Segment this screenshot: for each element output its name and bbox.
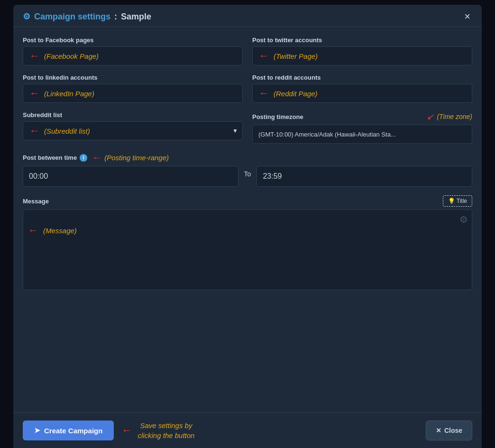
- title-name: Sample: [121, 12, 151, 22]
- twitter-arrow-icon: ←: [258, 50, 269, 62]
- message-section: Message 💡 Title ⚙ ← (Message): [23, 195, 472, 290]
- campaign-settings-modal: ⚙ Campaign settings : Sample × Post to F…: [13, 5, 482, 448]
- facebook-arrow-icon: ←: [29, 50, 39, 62]
- linkedin-placeholder: (LinkedIn Page): [44, 90, 94, 98]
- reddit-label: Post to reddit accounts: [252, 74, 472, 81]
- post-time-label-row: Post between time i ← (Posting time-rang…: [23, 152, 472, 163]
- modal-close-button[interactable]: ×: [462, 11, 472, 22]
- to-label: To: [238, 170, 257, 183]
- linkedin-arrow-icon: ←: [29, 87, 39, 100]
- reddit-input[interactable]: ← (Reddit Page): [252, 84, 472, 103]
- subreddit-select-wrapper: ← (Subreddit list) ▼: [23, 121, 243, 140]
- title-colon: :: [114, 12, 117, 22]
- footer-arrow-icon: ←: [121, 424, 132, 437]
- subreddit-select[interactable]: ← (Subreddit list): [23, 121, 243, 140]
- twitter-placeholder: (Twitter Page): [274, 52, 318, 60]
- post-time-arrow-icon: ←: [92, 152, 101, 163]
- message-arrow-icon: ←: [28, 224, 38, 237]
- time-range-row: To: [23, 166, 472, 187]
- linkedin-input[interactable]: ← (LinkedIn Page): [23, 84, 243, 103]
- subreddit-group: Subreddit list ← (Subreddit list) ▼: [23, 111, 243, 144]
- facebook-label: Post to Facebook pages: [23, 37, 243, 44]
- posting-range-annotation: (Posting time-range): [104, 154, 169, 162]
- social-row-2: Post to linkedin accounts ← (LinkedIn Pa…: [23, 74, 472, 103]
- linkedin-label: Post to linkedin accounts: [23, 74, 243, 81]
- reddit-placeholder: (Reddit Page): [274, 90, 318, 98]
- twitter-input[interactable]: ← (Twitter Page): [252, 46, 472, 65]
- message-placeholder: (Message): [43, 227, 77, 235]
- timezone-group: Posting timezone ↙ (Time zone) (GMT-10:0…: [252, 111, 472, 144]
- timezone-label: Posting timezone: [252, 113, 303, 120]
- title-button[interactable]: 💡 Title: [443, 195, 472, 207]
- reddit-arrow-icon: ←: [258, 87, 269, 100]
- modal-body: Post to Facebook pages ← (Facebook Page)…: [13, 27, 482, 412]
- create-campaign-button[interactable]: ➤ Create Campaign: [23, 421, 114, 440]
- save-hint: Save settings by clicking the button: [138, 421, 194, 440]
- footer-left: ➤ Create Campaign ← Save settings by cli…: [23, 421, 194, 440]
- subreddit-label: Subreddit list: [23, 111, 243, 119]
- subreddit-arrow-icon: ←: [29, 125, 39, 137]
- message-area[interactable]: ⚙ ← (Message): [23, 210, 472, 290]
- facebook-placeholder: (Facebook Page): [44, 52, 99, 60]
- social-row-1: Post to Facebook pages ← (Facebook Page)…: [23, 37, 472, 65]
- modal-footer: ➤ Create Campaign ← Save settings by cli…: [13, 412, 482, 448]
- post-time-label: Post between time: [23, 154, 77, 161]
- time-from-input[interactable]: [23, 166, 238, 187]
- create-campaign-label: Create Campaign: [44, 427, 102, 435]
- close-x-icon: ✕: [436, 427, 441, 434]
- close-footer-label: Close: [444, 427, 462, 434]
- modal-title: ⚙ Campaign settings : Sample: [23, 11, 151, 22]
- close-footer-button[interactable]: ✕ Close: [426, 421, 472, 440]
- timezone-input[interactable]: (GMT-10:00) America/Adak (Hawaii-Aleutia…: [252, 125, 472, 144]
- modal-header: ⚙ Campaign settings : Sample ×: [13, 5, 482, 27]
- timezone-value: (GMT-10:00) America/Adak (Hawaii-Aleutia…: [258, 131, 396, 138]
- send-icon: ➤: [34, 426, 40, 435]
- title-label: Campaign settings: [34, 12, 110, 22]
- post-time-section: Post between time i ← (Posting time-rang…: [23, 152, 472, 187]
- timezone-annotation: ↙ (Time zone): [427, 111, 472, 122]
- message-header: Message 💡 Title: [23, 195, 472, 207]
- message-label: Message: [23, 198, 49, 205]
- twitter-group: Post to twitter accounts ← (Twitter Page…: [252, 37, 472, 65]
- subreddit-text: (Subreddit list): [44, 127, 90, 135]
- subreddit-timezone-row: Subreddit list ← (Subreddit list) ▼ Post…: [23, 111, 472, 144]
- time-to-input[interactable]: [257, 166, 472, 187]
- message-content: ← (Message): [28, 224, 467, 237]
- info-icon: i: [80, 154, 87, 162]
- gear-icon: ⚙: [23, 11, 30, 22]
- facebook-group: Post to Facebook pages ← (Facebook Page): [23, 37, 243, 65]
- footer-arrow-area: ← Save settings by clicking the button: [121, 421, 194, 440]
- reddit-group: Post to reddit accounts ← (Reddit Page): [252, 74, 472, 103]
- facebook-input[interactable]: ← (Facebook Page): [23, 46, 243, 65]
- twitter-label: Post to twitter accounts: [252, 37, 472, 44]
- linkedin-group: Post to linkedin accounts ← (LinkedIn Pa…: [23, 74, 243, 103]
- message-settings-icon: ⚙: [459, 214, 468, 225]
